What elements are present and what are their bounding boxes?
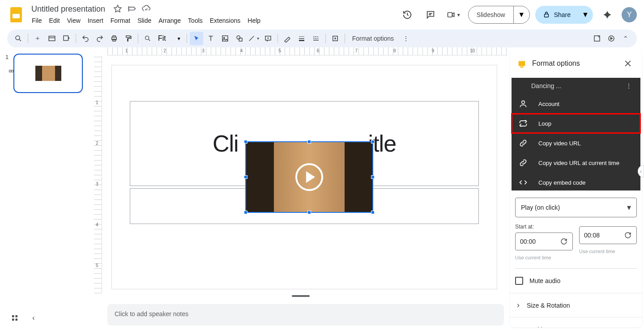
play-mode-select[interactable]: Play (on click) ▾: [515, 198, 637, 217]
image-tool[interactable]: [218, 32, 232, 45]
menu-bar: File Edit View Insert Format Slide Arran…: [29, 15, 264, 26]
gemini-icon[interactable]: [598, 6, 616, 24]
doc-title[interactable]: Untitled presentation: [29, 4, 108, 14]
svg-point-17: [11, 70, 13, 72]
svg-point-9: [223, 37, 224, 38]
notes-resize-handle[interactable]: [292, 295, 310, 297]
animate-button[interactable]: [605, 32, 618, 45]
star-icon[interactable]: [113, 4, 122, 13]
print-button[interactable]: [107, 32, 121, 45]
size-rotation-section[interactable]: › Size & Rotation: [510, 293, 642, 317]
menu-help[interactable]: Help: [244, 15, 264, 26]
shape-tool[interactable]: [233, 32, 246, 45]
resize-handle-se[interactable]: [371, 211, 375, 214]
undo-button[interactable]: [79, 32, 92, 45]
cloud-status-icon[interactable]: [142, 4, 151, 13]
video-object[interactable]: [245, 141, 373, 213]
attachment-icon: [8, 68, 91, 76]
menu-slide[interactable]: Slide: [134, 15, 154, 26]
position-section[interactable]: › Position: [510, 317, 642, 327]
menu-tools[interactable]: Tools: [185, 15, 206, 26]
resize-handle-w[interactable]: [244, 175, 247, 179]
resize-handle-n[interactable]: [307, 140, 311, 144]
mask-image-button[interactable]: [590, 32, 604, 45]
menu-view[interactable]: View: [64, 15, 84, 26]
context-item-account[interactable]: Account: [512, 94, 640, 114]
text-box-tool[interactable]: [204, 32, 218, 45]
slide-canvas[interactable]: Cli itle: [112, 65, 497, 289]
horizontal-ruler: 12345678910: [107, 47, 508, 55]
speaker-notes[interactable]: Click to add speaker notes: [107, 304, 504, 326]
play-icon[interactable]: [295, 163, 323, 191]
svg-rect-1: [544, 14, 548, 17]
svg-rect-18: [12, 315, 14, 317]
mute-audio-checkbox[interactable]: Mute audio: [510, 277, 642, 293]
loop-icon: [519, 119, 528, 128]
link-icon: [519, 139, 528, 148]
border-dash-tool[interactable]: [309, 32, 323, 45]
slideshow-dropdown[interactable]: ▼: [513, 6, 529, 23]
menu-format[interactable]: Format: [107, 15, 133, 26]
meet-icon[interactable]: ▼: [445, 6, 463, 24]
account-avatar[interactable]: Y: [622, 7, 637, 22]
menu-extensions[interactable]: Extensions: [207, 15, 243, 26]
paint-format-button[interactable]: [122, 32, 135, 45]
grid-view-button[interactable]: [10, 313, 20, 323]
move-icon[interactable]: [128, 4, 136, 13]
start-at-label: Start at:: [515, 224, 573, 230]
resize-handle-sw[interactable]: [244, 211, 247, 214]
refresh-icon[interactable]: [560, 237, 568, 245]
motion-tool[interactable]: [328, 32, 342, 45]
share-button[interactable]: Share: [535, 6, 578, 24]
search-menu-icon[interactable]: [12, 32, 25, 45]
new-slide-layout-button[interactable]: [45, 32, 59, 45]
select-tool[interactable]: [190, 32, 203, 45]
svg-rect-20: [12, 319, 14, 321]
line-tool[interactable]: ▼: [247, 32, 260, 45]
resize-handle-e[interactable]: [371, 175, 375, 179]
comment-tool[interactable]: [261, 32, 275, 45]
slideshow-button[interactable]: Slideshow: [469, 6, 513, 23]
svg-rect-4: [64, 36, 68, 41]
refresh-icon[interactable]: [624, 231, 632, 239]
close-sidebar-button[interactable]: [621, 56, 635, 71]
collapse-toolbar-button[interactable]: ⌃: [619, 32, 632, 45]
zoom-select[interactable]: Fit ▼: [155, 32, 184, 45]
sidebar-header: Format options: [510, 49, 642, 78]
redo-button[interactable]: [93, 32, 107, 45]
border-weight-tool[interactable]: [295, 32, 308, 45]
resize-handle-ne[interactable]: [371, 140, 375, 144]
menu-edit[interactable]: Edit: [46, 15, 63, 26]
start-time-input[interactable]: 00:00: [515, 233, 573, 250]
start-use-current-time[interactable]: Use current time: [515, 255, 573, 260]
share-dropdown[interactable]: ▼: [578, 6, 593, 24]
new-slide-button[interactable]: ＋: [31, 32, 44, 45]
context-item-copy-url-time[interactable]: Copy video URL at current time: [512, 153, 640, 173]
end-time-input[interactable]: 00:08: [579, 226, 637, 244]
svg-point-7: [145, 36, 149, 40]
end-use-current-time[interactable]: Use current time: [579, 249, 637, 254]
more-tools-button[interactable]: ⋮: [399, 32, 413, 45]
context-item-label: Copy video URL at current time: [538, 160, 619, 166]
resize-handle-s[interactable]: [307, 211, 311, 214]
format-options-button[interactable]: Format options: [348, 32, 398, 45]
resize-handle-nw[interactable]: [244, 140, 247, 144]
history-icon[interactable]: [398, 6, 416, 24]
border-color-tool[interactable]: [281, 32, 294, 45]
share-button-group: Share ▼: [535, 6, 593, 24]
zoom-out-icon[interactable]: [141, 32, 154, 45]
slides-logo[interactable]: [7, 6, 25, 24]
video-more-icon[interactable]: ⋮: [624, 82, 633, 89]
menu-arrange[interactable]: Arrange: [155, 15, 184, 26]
svg-rect-22: [519, 61, 525, 66]
context-item-copy-embed[interactable]: Copy embed code: [512, 173, 640, 190]
context-item-label: Copy embed code: [538, 179, 586, 186]
menu-file[interactable]: File: [29, 15, 45, 26]
context-item-copy-url[interactable]: Copy video URL: [512, 133, 640, 153]
context-item-loop[interactable]: Loop: [512, 114, 640, 133]
comments-icon[interactable]: [422, 6, 439, 24]
filmstrip-collapse-button[interactable]: ‹: [29, 313, 38, 323]
theme-button[interactable]: [60, 32, 73, 45]
menu-insert[interactable]: Insert: [85, 15, 107, 26]
svg-point-16: [9, 70, 11, 72]
